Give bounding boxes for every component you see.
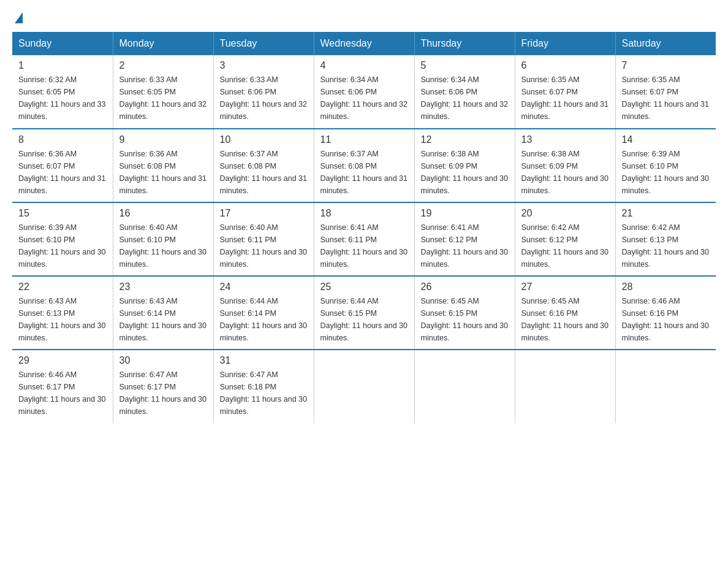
day-info: Sunrise: 6:35 AMSunset: 6:07 PMDaylight:… <box>521 74 609 123</box>
calendar-week-row: 15Sunrise: 6:39 AMSunset: 6:10 PMDayligh… <box>12 202 716 276</box>
day-number: 27 <box>521 282 609 293</box>
day-number: 17 <box>220 208 308 219</box>
calendar-day-cell: 27Sunrise: 6:45 AMSunset: 6:16 PMDayligh… <box>515 276 615 350</box>
day-number: 8 <box>18 134 107 145</box>
day-number: 11 <box>320 134 408 145</box>
calendar-day-cell <box>515 350 615 423</box>
day-info: Sunrise: 6:39 AMSunset: 6:10 PMDaylight:… <box>622 148 710 197</box>
calendar-day-cell: 6Sunrise: 6:35 AMSunset: 6:07 PMDaylight… <box>515 55 615 129</box>
calendar-day-cell: 11Sunrise: 6:37 AMSunset: 6:08 PMDayligh… <box>314 129 414 202</box>
day-number: 13 <box>521 134 609 145</box>
calendar-day-cell: 24Sunrise: 6:44 AMSunset: 6:14 PMDayligh… <box>213 276 314 350</box>
day-number: 14 <box>622 134 710 145</box>
day-number: 10 <box>220 134 308 145</box>
day-info: Sunrise: 6:46 AMSunset: 6:17 PMDaylight:… <box>18 369 107 418</box>
day-number: 20 <box>521 208 609 219</box>
day-info: Sunrise: 6:33 AMSunset: 6:06 PMDaylight:… <box>220 74 308 123</box>
calendar-day-cell: 13Sunrise: 6:38 AMSunset: 6:09 PMDayligh… <box>515 129 615 202</box>
calendar-day-cell: 14Sunrise: 6:39 AMSunset: 6:10 PMDayligh… <box>615 129 716 202</box>
day-info: Sunrise: 6:37 AMSunset: 6:08 PMDaylight:… <box>320 148 408 197</box>
day-info: Sunrise: 6:47 AMSunset: 6:17 PMDaylight:… <box>119 369 207 418</box>
calendar-day-cell: 19Sunrise: 6:41 AMSunset: 6:12 PMDayligh… <box>414 202 515 276</box>
calendar-day-cell: 31Sunrise: 6:47 AMSunset: 6:18 PMDayligh… <box>213 350 314 423</box>
day-number: 16 <box>119 208 207 219</box>
day-number: 5 <box>421 60 509 71</box>
calendar-day-cell: 3Sunrise: 6:33 AMSunset: 6:06 PMDaylight… <box>213 55 314 129</box>
calendar-day-cell: 1Sunrise: 6:32 AMSunset: 6:05 PMDaylight… <box>12 55 113 129</box>
calendar-day-cell: 5Sunrise: 6:34 AMSunset: 6:06 PMDaylight… <box>414 55 515 129</box>
day-info: Sunrise: 6:39 AMSunset: 6:10 PMDaylight:… <box>18 221 107 270</box>
calendar-day-cell <box>615 350 716 423</box>
calendar-week-row: 22Sunrise: 6:43 AMSunset: 6:13 PMDayligh… <box>12 276 716 350</box>
calendar-day-cell: 10Sunrise: 6:37 AMSunset: 6:08 PMDayligh… <box>213 129 314 202</box>
day-info: Sunrise: 6:36 AMSunset: 6:07 PMDaylight:… <box>18 148 107 197</box>
day-number: 1 <box>18 60 107 71</box>
day-info: Sunrise: 6:41 AMSunset: 6:12 PMDaylight:… <box>421 221 509 270</box>
day-info: Sunrise: 6:42 AMSunset: 6:12 PMDaylight:… <box>521 221 609 270</box>
day-number: 23 <box>119 282 207 293</box>
day-info: Sunrise: 6:40 AMSunset: 6:10 PMDaylight:… <box>119 221 207 270</box>
day-info: Sunrise: 6:43 AMSunset: 6:14 PMDaylight:… <box>119 295 207 344</box>
day-number: 24 <box>220 282 308 293</box>
day-info: Sunrise: 6:47 AMSunset: 6:18 PMDaylight:… <box>220 369 308 418</box>
day-number: 18 <box>320 208 408 219</box>
day-of-week-header: Friday <box>515 32 615 55</box>
day-info: Sunrise: 6:44 AMSunset: 6:14 PMDaylight:… <box>220 295 308 344</box>
day-number: 29 <box>18 355 107 366</box>
calendar-day-cell: 4Sunrise: 6:34 AMSunset: 6:06 PMDaylight… <box>314 55 414 129</box>
day-number: 30 <box>119 355 207 366</box>
calendar-day-cell: 16Sunrise: 6:40 AMSunset: 6:10 PMDayligh… <box>113 202 213 276</box>
day-info: Sunrise: 6:36 AMSunset: 6:08 PMDaylight:… <box>119 148 207 197</box>
day-info: Sunrise: 6:45 AMSunset: 6:16 PMDaylight:… <box>521 295 609 344</box>
day-info: Sunrise: 6:41 AMSunset: 6:11 PMDaylight:… <box>320 221 408 270</box>
calendar-day-cell: 12Sunrise: 6:38 AMSunset: 6:09 PMDayligh… <box>414 129 515 202</box>
calendar-day-cell: 23Sunrise: 6:43 AMSunset: 6:14 PMDayligh… <box>113 276 213 350</box>
calendar-day-cell: 26Sunrise: 6:45 AMSunset: 6:15 PMDayligh… <box>414 276 515 350</box>
calendar-table: SundayMondayTuesdayWednesdayThursdayFrid… <box>12 32 716 423</box>
day-info: Sunrise: 6:42 AMSunset: 6:13 PMDaylight:… <box>622 221 710 270</box>
calendar-day-cell: 8Sunrise: 6:36 AMSunset: 6:07 PMDaylight… <box>12 129 113 202</box>
day-info: Sunrise: 6:34 AMSunset: 6:06 PMDaylight:… <box>421 74 509 123</box>
day-number: 25 <box>320 282 408 293</box>
day-of-week-header: Saturday <box>615 32 716 55</box>
day-info: Sunrise: 6:46 AMSunset: 6:16 PMDaylight:… <box>622 295 710 344</box>
calendar-day-cell: 7Sunrise: 6:35 AMSunset: 6:07 PMDaylight… <box>615 55 716 129</box>
calendar-day-cell: 25Sunrise: 6:44 AMSunset: 6:15 PMDayligh… <box>314 276 414 350</box>
day-number: 15 <box>18 208 107 219</box>
day-info: Sunrise: 6:33 AMSunset: 6:05 PMDaylight:… <box>119 74 207 123</box>
day-of-week-header: Thursday <box>414 32 515 55</box>
day-of-week-header: Monday <box>113 32 213 55</box>
calendar-day-cell: 21Sunrise: 6:42 AMSunset: 6:13 PMDayligh… <box>615 202 716 276</box>
day-info: Sunrise: 6:34 AMSunset: 6:06 PMDaylight:… <box>320 74 408 123</box>
day-number: 6 <box>521 60 609 71</box>
calendar-day-cell: 15Sunrise: 6:39 AMSunset: 6:10 PMDayligh… <box>12 202 113 276</box>
day-info: Sunrise: 6:37 AMSunset: 6:08 PMDaylight:… <box>220 148 308 197</box>
day-info: Sunrise: 6:43 AMSunset: 6:13 PMDaylight:… <box>18 295 107 344</box>
calendar-day-cell: 20Sunrise: 6:42 AMSunset: 6:12 PMDayligh… <box>515 202 615 276</box>
calendar-day-cell: 30Sunrise: 6:47 AMSunset: 6:17 PMDayligh… <box>113 350 213 423</box>
calendar-day-cell: 29Sunrise: 6:46 AMSunset: 6:17 PMDayligh… <box>12 350 113 423</box>
calendar-day-cell: 9Sunrise: 6:36 AMSunset: 6:08 PMDaylight… <box>113 129 213 202</box>
day-number: 3 <box>220 60 308 71</box>
day-number: 2 <box>119 60 207 71</box>
calendar-day-cell <box>414 350 515 423</box>
day-number: 4 <box>320 60 408 71</box>
day-number: 26 <box>421 282 509 293</box>
calendar-day-cell: 17Sunrise: 6:40 AMSunset: 6:11 PMDayligh… <box>213 202 314 276</box>
calendar-week-row: 29Sunrise: 6:46 AMSunset: 6:17 PMDayligh… <box>12 350 716 423</box>
day-number: 21 <box>622 208 710 219</box>
calendar-week-row: 1Sunrise: 6:32 AMSunset: 6:05 PMDaylight… <box>12 55 716 129</box>
day-info: Sunrise: 6:44 AMSunset: 6:15 PMDaylight:… <box>320 295 408 344</box>
day-number: 22 <box>18 282 107 293</box>
day-of-week-header: Sunday <box>12 32 113 55</box>
day-info: Sunrise: 6:38 AMSunset: 6:09 PMDaylight:… <box>421 148 509 197</box>
day-number: 31 <box>220 355 308 366</box>
day-info: Sunrise: 6:38 AMSunset: 6:09 PMDaylight:… <box>521 148 609 197</box>
logo <box>12 12 23 21</box>
day-of-week-header: Tuesday <box>213 32 314 55</box>
day-info: Sunrise: 6:32 AMSunset: 6:05 PMDaylight:… <box>18 74 107 123</box>
calendar-day-cell: 28Sunrise: 6:46 AMSunset: 6:16 PMDayligh… <box>615 276 716 350</box>
day-info: Sunrise: 6:40 AMSunset: 6:11 PMDaylight:… <box>220 221 308 270</box>
day-number: 19 <box>421 208 509 219</box>
calendar-day-cell: 22Sunrise: 6:43 AMSunset: 6:13 PMDayligh… <box>12 276 113 350</box>
